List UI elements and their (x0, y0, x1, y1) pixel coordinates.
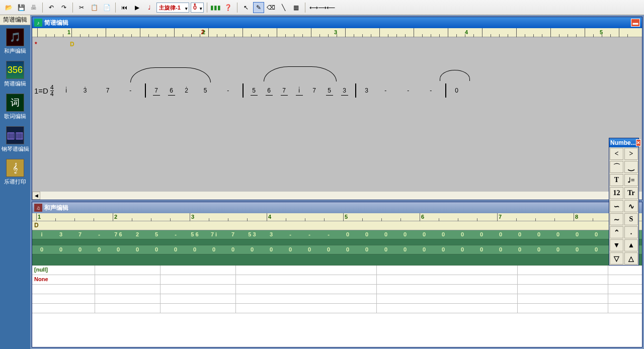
line-icon[interactable]: ╲ (278, 2, 289, 13)
harmony-row-4[interactable] (32, 254, 642, 266)
key-label: D (70, 41, 74, 48)
metronome-icon[interactable]: ♩ (144, 2, 155, 13)
score-hscroll[interactable]: ◀ (32, 192, 642, 200)
play-icon[interactable]: ▶ (131, 2, 142, 13)
palette-cell[interactable]: . (624, 226, 638, 238)
help-icon[interactable]: ❓ (223, 2, 234, 13)
staff-line: 1=D 44 .i .3 7 - 7 6 .2 5 - 5 (34, 83, 464, 98)
collapse-h-icon[interactable]: ⟶⟵ (321, 2, 332, 13)
sidebar-jianpu[interactable]: 356简谱编辑 (0, 58, 30, 91)
pointer-icon[interactable]: ↖ (240, 2, 252, 13)
octave-combo[interactable]: 0̊ (191, 3, 204, 13)
palette-cell[interactable]: ‿ (624, 161, 638, 173)
harmony-window-icon: ♫ (34, 204, 42, 212)
palette-cell[interactable]: ∼ (610, 213, 623, 225)
harmony-row-2[interactable] (32, 239, 642, 245)
close-icon[interactable]: ✕ (636, 139, 641, 146)
eraser-icon[interactable]: ⌫ (266, 2, 277, 13)
palette-cell[interactable]: > (624, 148, 638, 160)
score-window: ♪ 简谱编辑 ▬ 2 12345 * D 1=D 44 .i (32, 17, 642, 200)
palette-cell[interactable]: ▲ (624, 239, 638, 251)
harmony-row-3[interactable]: 0000000000000000000000000000000 (32, 245, 642, 254)
palette-cell[interactable]: ▽ (610, 252, 623, 265)
symbol-palette[interactable]: Numbe...✕ <>⌒‿T♩=12Tr∽∿∼S⌃.▼▲▽△ (609, 138, 639, 266)
track-combo[interactable]: 主旋律-1 (156, 3, 189, 13)
sidebar-lyrics[interactable]: 词歌词编辑 (0, 91, 30, 123)
print-icon[interactable]: 🖶 (28, 2, 39, 13)
sidebar-piano[interactable]: ▥▥钢琴谱编辑 (0, 123, 30, 156)
scroll-left-icon[interactable]: ◀ (32, 192, 40, 200)
asterisk-marker: * (35, 41, 37, 48)
undo-icon[interactable]: ↶ (46, 2, 57, 13)
harmony-window: ♫ 和声编辑 12345678 D i37-7 625-5 67 i75 33-… (32, 202, 642, 347)
sidebar-print[interactable]: 𝄞乐谱打印 (0, 156, 30, 189)
score-canvas[interactable]: * D 1=D 44 .i .3 7 - 7 6 (32, 37, 642, 192)
score-window-icon: ♪ (34, 19, 42, 27)
paste-icon[interactable]: 📄 (101, 2, 112, 13)
palette-cell[interactable]: 12 (610, 187, 623, 199)
redo-icon[interactable]: ↷ (58, 2, 69, 13)
sidebar-harmony[interactable]: 🎵和声编辑 (0, 25, 30, 58)
palette-cell[interactable]: ♩= (624, 174, 638, 186)
slur-1 (130, 67, 211, 82)
slur-3 (440, 70, 470, 81)
palette-cell[interactable]: △ (624, 252, 638, 265)
copy-icon[interactable]: 📋 (89, 2, 100, 13)
sidebar-title: 简谱编辑 (0, 15, 30, 25)
maximize-button[interactable]: ▬ (631, 19, 640, 27)
harmony-row-1[interactable]: i37-7 625-5 67 i75 33---000000000000000 (32, 230, 642, 239)
slur-2 (264, 66, 337, 81)
palette-cell[interactable]: ∽ (610, 200, 623, 212)
harmony-ruler[interactable]: 12345678 (32, 213, 642, 221)
save-icon[interactable]: 💾 (16, 2, 27, 13)
score-ruler[interactable]: 2 12345 (32, 28, 642, 37)
palette-cell[interactable]: ∿ (624, 200, 638, 212)
palette-cell[interactable]: ▼ (610, 239, 623, 251)
palette-title[interactable]: Numbe...✕ (609, 138, 638, 147)
pencil-icon[interactable]: ✎ (253, 2, 264, 13)
palette-cell[interactable]: T (610, 174, 623, 186)
palette-cell[interactable]: S (624, 213, 638, 225)
palette-cell[interactable]: Tr (624, 187, 638, 199)
cut-icon[interactable]: ✂ (76, 2, 87, 13)
grid-icon[interactable]: ▦ (291, 2, 302, 13)
harmony-table[interactable]: [null] None (32, 266, 642, 313)
levels-icon[interactable]: ▮▮▮ (210, 2, 221, 13)
toolbar: 📂 💾 🖶 ↶ ↷ ✂ 📋 📄 ⏮ ▶ ♩ 主旋律-1 0̊ ▮▮▮ ❓ ↖ ✎… (0, 0, 644, 15)
harmony-window-title[interactable]: ♫ 和声编辑 (32, 202, 642, 213)
score-window-title[interactable]: ♪ 简谱编辑 ▬ (32, 17, 642, 28)
sidebar: 简谱编辑 🎵和声编辑 356简谱编辑 词歌词编辑 ▥▥钢琴谱编辑 𝄞乐谱打印 (0, 15, 30, 349)
palette-cell[interactable]: < (610, 148, 623, 160)
palette-cell[interactable]: ⌃ (610, 226, 623, 238)
rewind-icon[interactable]: ⏮ (119, 2, 130, 13)
open-icon[interactable]: 📂 (3, 2, 14, 13)
palette-cell[interactable]: ⌒ (610, 161, 623, 173)
harmony-key-row: D (32, 221, 642, 230)
